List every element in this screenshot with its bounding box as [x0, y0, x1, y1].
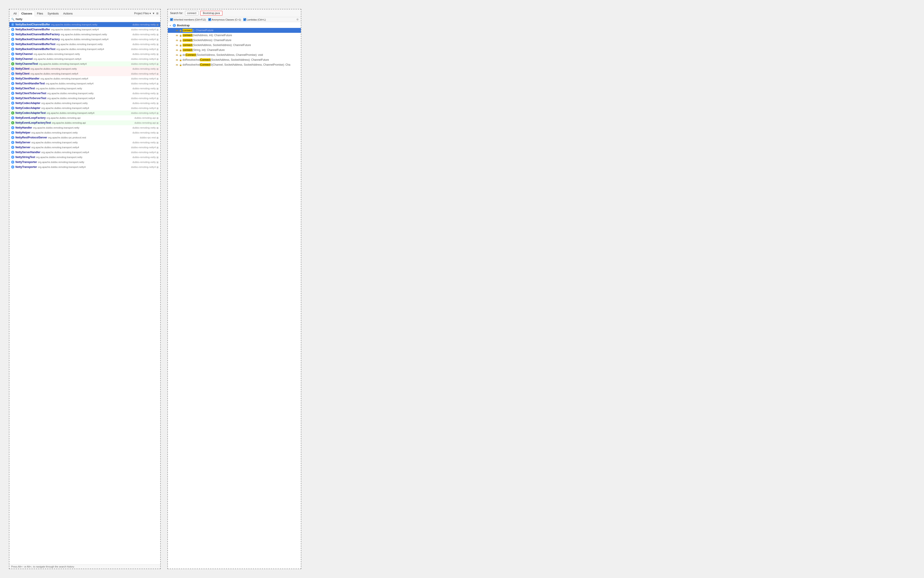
filter-icon[interactable]: ▼	[152, 12, 155, 15]
right-header: Search for: connect Bootstrap.java	[168, 10, 301, 17]
result-row[interactable]: C NettyClientHandler org.apache.dubbo.re…	[10, 76, 160, 81]
module-name: dubbo-remoting-netty4	[129, 48, 156, 50]
package-name: org.apache.dubbo.remoting.transport.nett…	[61, 38, 109, 41]
result-row[interactable]: C NettyChannel org.apache.dubbo.remoting…	[10, 52, 160, 57]
class-icon: C	[11, 146, 14, 149]
result-row[interactable]: C NettyBackedChannelBuffer org.apache.du…	[10, 22, 160, 27]
tree-node-method[interactable]: m 🔒 doConnect(SocketAddress, SocketAddre…	[168, 52, 301, 57]
class-name: NettyBackedChannelBufferFactory	[15, 33, 60, 36]
result-row[interactable]: C NettyBackedChannelBufferFactory org.ap…	[10, 37, 160, 42]
tree-node-bootstrap[interactable]: ▾ C Bootstrap	[168, 23, 301, 28]
filter-lambdas[interactable]: Lambdas (Ctrl+L)	[243, 18, 266, 21]
result-row[interactable]: C NettyBackedChannelBufferTest org.apach…	[10, 47, 160, 52]
result-row[interactable]: C NettyTransporter org.apache.dubbo.remo…	[10, 164, 160, 169]
project-files-dropdown[interactable]: Project Files ▾	[134, 12, 151, 15]
method-suffix: (SocketAddress): ChannelFuture	[192, 39, 232, 42]
result-row[interactable]: C NettyCodecAdapter org.apache.dubbo.rem…	[10, 101, 160, 106]
class-name: NettyEventLoopFactoryTest	[15, 121, 51, 124]
method-label: doResolveAndConnect0(Channel, SocketAddr…	[183, 63, 290, 66]
class-icon: C	[11, 116, 14, 119]
filter-anonymous[interactable]: Anonymous Classes (C+1)	[208, 18, 241, 21]
class-name: NettyCodecAdapter	[15, 102, 41, 105]
module-name: dubbo-remoting-netty	[131, 67, 156, 70]
result-row[interactable]: C NettyBackedChannelBuffer org.apache.du…	[10, 27, 160, 32]
tab-classes[interactable]: Classes	[19, 11, 35, 16]
result-row[interactable]: C NettyClientToServerTest org.apache.dub…	[10, 96, 160, 101]
method-label: connect(InetAddress, int): ChannelFuture	[183, 34, 232, 37]
module-name: dubbo-remoting-netty	[131, 53, 156, 55]
tree-node-method[interactable]: m 🔒 doResolveAndConnect(SocketAddress, S…	[168, 57, 301, 62]
result-row[interactable]: C NettyEventLoopFactory org.apache.dubbo…	[10, 115, 160, 120]
gear-icon[interactable]: ⚙	[297, 18, 298, 21]
method-label: connect(String, int): ChannelFuture	[183, 49, 225, 52]
result-row[interactable]: C NettyTransporter org.apache.dubbo.remo…	[10, 160, 160, 164]
package-name: org.apache.dubbo.remoting.transport.nett…	[31, 146, 79, 149]
module-icon: ▦	[156, 92, 159, 95]
class-icon: C	[11, 161, 14, 164]
left-panel: All Classes Files Symbols Actions Projec…	[9, 9, 161, 569]
tab-files[interactable]: Files	[35, 11, 45, 16]
module-icon: ▦	[156, 102, 159, 104]
status-bar: Press Alt+↑ or Alt+↓ to navigate through…	[10, 564, 160, 568]
result-row[interactable]: C NettyChannelTest org.apache.dubbo.remo…	[10, 62, 160, 66]
result-row[interactable]: C NettyServer org.apache.dubbo.remoting.…	[10, 145, 160, 150]
result-row[interactable]: C NettyClient org.apache.dubbo.remoting.…	[10, 71, 160, 76]
method-suffix: (): ChannelFuture	[192, 29, 213, 32]
module-name: dubbo-remoting-netty	[131, 131, 156, 134]
search-input[interactable]	[16, 18, 159, 21]
tab-bar: All Classes Files Symbols Actions Projec…	[10, 10, 160, 16]
class-icon: C	[11, 151, 14, 154]
result-row[interactable]: C NettyEventLoopFactoryTest org.apache.d…	[10, 120, 160, 125]
module-icon: ▦	[156, 161, 159, 163]
search-icon: 🔍	[11, 18, 15, 21]
module-icon: ▦	[156, 117, 159, 119]
class-name: NettyCodecAdapterTest	[15, 111, 46, 115]
class-name: NettyBackedChannelBuffer	[15, 23, 50, 26]
module-icon: ▦	[156, 43, 159, 45]
module-name: dubbo-remoting-netty4	[129, 38, 156, 41]
result-row[interactable]: C NettyChannel org.apache.dubbo.remoting…	[10, 57, 160, 62]
tree-node-method[interactable]: m 🔒 connect(String, int): ChannelFuture	[168, 47, 301, 52]
module-icon: ▦	[156, 82, 159, 85]
result-row[interactable]: C NettyClientTest org.apache.dubbo.remot…	[10, 86, 160, 91]
package-name: org.apache.dubbo.remoting.transport.nett…	[47, 97, 95, 99]
tab-all[interactable]: All	[11, 11, 19, 16]
result-row[interactable]: C NettyStringTest org.apache.dubbo.remot…	[10, 155, 160, 160]
tree-node-method[interactable]: m 🔒 connect(SocketAddress, SocketAddress…	[168, 43, 301, 47]
class-name: NettyTransporter	[15, 166, 37, 169]
result-row[interactable]: C NettyClient org.apache.dubbo.remoting.…	[10, 66, 160, 71]
chevron-down-icon: ▾	[149, 12, 151, 15]
result-row[interactable]: C NettyRestProtocolServer org.apache.dub…	[10, 135, 160, 140]
result-row[interactable]: C NettyCodecAdapterTest org.apache.dubbo…	[10, 110, 160, 115]
tree-node-method[interactable]: m 🔒 connect(SocketAddress): ChannelFutur…	[168, 38, 301, 43]
settings-icon[interactable]: ⊞	[156, 12, 159, 15]
result-row[interactable]: C NettyHelper org.apache.dubbo.remoting.…	[10, 130, 160, 135]
result-row[interactable]: C NettyServer org.apache.dubbo.remoting.…	[10, 140, 160, 145]
class-icon: C	[11, 97, 14, 100]
result-row[interactable]: C NettyBackedChannelBufferTest org.apach…	[10, 42, 160, 47]
class-icon: C	[11, 156, 14, 159]
result-row[interactable]: C NettyServerHandler org.apache.dubbo.re…	[10, 150, 160, 155]
result-row[interactable]: C NettyClientHandlerTest org.apache.dubb…	[10, 81, 160, 86]
result-row[interactable]: C NettyClientToServerTest org.apache.dub…	[10, 91, 160, 96]
result-row[interactable]: C NettyCodecAdapter org.apache.dubbo.rem…	[10, 106, 160, 110]
result-row[interactable]: C NettyHandler org.apache.dubbo.remoting…	[10, 125, 160, 130]
method-suffix: 0(Channel, SocketAddress, SocketAddress,…	[211, 63, 290, 66]
tree-node-method[interactable]: m 🔒 doResolveAndConnect0(Channel, Socket…	[168, 62, 301, 67]
module-name: dubbo-remoting-netty	[131, 141, 156, 144]
tree-node-method[interactable]: m 🔒 connect(InetAddress, int): ChannelFu…	[168, 33, 301, 38]
method-highlight: connect	[183, 29, 192, 32]
tree-node-method[interactable]: m 🔒 connect(): ChannelFuture	[168, 28, 301, 33]
tab-symbols[interactable]: Symbols	[45, 11, 61, 16]
result-row[interactable]: C NettyBackedChannelBufferFactory org.ap…	[10, 32, 160, 37]
class-name: NettyHandler	[15, 126, 32, 129]
filter-inherited[interactable]: Inherited members (Ctrl+F12)	[170, 18, 206, 21]
method-suffix: (SocketAddress, SocketAddress): ChannelF…	[211, 58, 269, 62]
file-tab[interactable]: Bootstrap.java	[200, 11, 223, 16]
right-panel: Search for: connect Bootstrap.java Inher…	[167, 9, 301, 569]
tab-actions[interactable]: Actions	[61, 11, 75, 16]
class-name: NettyClient	[15, 67, 29, 70]
lock-icon: 🔒	[179, 39, 182, 42]
results-list: C NettyBackedChannelBuffer org.apache.du…	[10, 22, 160, 564]
expand-icon: ▾	[170, 24, 172, 27]
